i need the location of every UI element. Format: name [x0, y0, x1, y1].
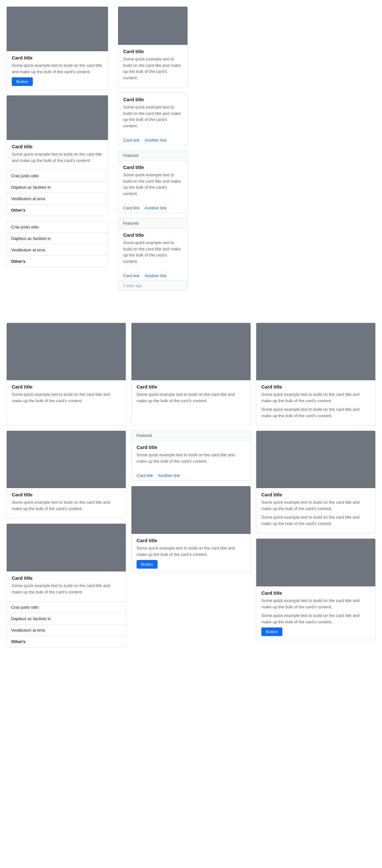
bottom-card-img-5 [7, 524, 126, 571]
card-button-1[interactable]: Button [12, 77, 33, 86]
card-title-6: Card title [123, 232, 182, 238]
bottom-card-body-7: Card title Some quick example text to bu… [256, 488, 375, 533]
card-body-5: Card title Some quick example text to bu… [118, 161, 187, 203]
list-item-7: Vestibulum at eros [7, 244, 108, 256]
list-item-1: Cras justo odio [7, 170, 108, 182]
bottom-card-img-7 [256, 431, 375, 488]
bottom-card-3: Card title Some quick example text to bu… [256, 323, 376, 426]
bottom-featured-header: Featured [131, 431, 251, 441]
card-link-1b[interactable]: Another link [145, 138, 167, 143]
bottom-card-body-3: Card title Some quick example text to bu… [256, 380, 375, 425]
card-title-1: Card title [12, 55, 103, 60]
card-link-1a[interactable]: Card link [123, 138, 140, 143]
bottom-card-text-2: Some quick example text to build on the … [137, 391, 245, 404]
bottom-card-2: Card title Some quick example text to bu… [131, 323, 251, 426]
card-image-button: Card title Some quick example text to bu… [6, 6, 108, 90]
card-image-3 [118, 7, 187, 45]
bottom-card-title-1: Card title [12, 384, 121, 390]
list-item-3: Vestibulum at eros [7, 193, 108, 205]
list-group-1: Cras justo odio Dapibus ac facilisis in … [7, 170, 108, 216]
bottom-card-img-8 [256, 539, 375, 586]
card-title-3: Card title [123, 49, 182, 54]
bottom-featured-links: Card link Another link [131, 471, 251, 480]
list-item-5: Cras justo odio [7, 221, 108, 233]
bottom-card-title-5: Card title [12, 575, 121, 581]
card-title-2: Card title [12, 144, 103, 149]
featured-card-1: Featured Card title Some quick example t… [118, 151, 188, 213]
bottom-card-title-8: Card title [261, 590, 370, 596]
bottom-card-img-2 [131, 323, 251, 380]
bottom-card-text-1: Some quick example text to build on the … [12, 391, 121, 404]
bottom-card-1: Card title Some quick example text to bu… [6, 323, 126, 426]
list-item-8: Other's [7, 256, 108, 267]
card-link-2a[interactable]: Card link [123, 206, 140, 210]
card-text-2: Some quick example text to build on the … [12, 151, 103, 163]
list-group-2: Cras justo odio Dapibus ac facilisis in … [6, 221, 108, 267]
bottom-list-item-4: Other's [7, 636, 126, 647]
card-body-1: Card title Some quick example text to bu… [7, 51, 108, 90]
bottom-row-1: Card title Some quick example text to bu… [6, 323, 376, 426]
bottom-card-title-3: Card title [261, 384, 370, 390]
bottom-card-button-1[interactable]: Button [137, 560, 157, 568]
bottom-card-text-8b: Some quick example text to build on the … [261, 613, 370, 625]
card-link-3a[interactable]: Card link [123, 273, 140, 278]
bottom-card-text-4: Some quick example text to build on the … [12, 499, 121, 512]
bottom-card-img-6 [131, 486, 251, 534]
bottom-section: Card title Some quick example text to bu… [6, 323, 376, 648]
bottom-card-text-6: Some quick example text to build on the … [137, 545, 245, 557]
card-title-4: Card title [123, 97, 182, 102]
bottom-card-img-3 [256, 323, 375, 380]
card-link-2b[interactable]: Another link [145, 206, 167, 210]
card-text-1: Some quick example text to build on the … [12, 62, 103, 75]
bottom-card-text-5: Some quick example text to build on the … [12, 583, 121, 595]
card-text-4: Some quick example text to build on the … [123, 104, 182, 129]
bottom-featured-link1[interactable]: Card link [137, 473, 153, 478]
bottom-card-body-4: Card title Some quick example text to bu… [7, 488, 126, 518]
bottom-card-body-1: Card title Some quick example text to bu… [7, 380, 126, 410]
bottom-card-button-2[interactable]: Button [261, 627, 282, 636]
bottom-card-text-7a: Some quick example text to build on the … [261, 499, 370, 512]
card-body-6: Card title Some quick example text to bu… [118, 228, 187, 271]
card-link-3b[interactable]: Another link [145, 273, 167, 278]
bottom-col-mid: Featured Card title Some quick example t… [131, 431, 251, 648]
bottom-col-right: Card title Some quick example text to bu… [256, 431, 376, 648]
bottom-list-item-1: Cras justo odio [7, 602, 126, 613]
card-simple-1: Card title Some quick example text to bu… [118, 6, 188, 88]
card-text-5: Some quick example text to build on the … [123, 172, 182, 197]
bottom-row-2: Card title Some quick example text to bu… [6, 431, 376, 648]
card-image-list: Card title Some quick example text to bu… [6, 95, 108, 216]
bottom-card-title-2: Card title [137, 384, 245, 390]
card-text-3: Some quick example text to build on the … [123, 56, 182, 81]
bottom-col-left: Card title Some quick example text to bu… [6, 431, 126, 648]
bottom-card-text-3b: Some quick example text to build on the … [261, 406, 370, 419]
bottom-card-body-2: Card title Some quick example text to bu… [131, 380, 251, 410]
card-body-4: Card title Some quick example text to bu… [118, 93, 187, 135]
bottom-featured-text: Some quick example text to build on the … [137, 452, 245, 464]
list-item-6: Dapibus ac facilisis in [7, 233, 108, 244]
bottom-featured-title: Card title [137, 444, 245, 450]
bottom-card-title-4: Card title [12, 492, 121, 497]
bottom-card-text-7b: Some quick example text to build on the … [261, 514, 370, 527]
bottom-list-item-2: Dapibus ac facilisis in [7, 613, 126, 625]
bottom-card-text-3a: Some quick example text to build on the … [261, 391, 370, 404]
bottom-card-tall-1: Card title Some quick example text to bu… [256, 431, 376, 533]
card-body-3: Card title Some quick example text to bu… [118, 45, 187, 87]
bottom-card-img-4 [7, 431, 126, 488]
spacer [6, 300, 376, 319]
card-links-area-2: Card link Another link [118, 203, 187, 213]
bottom-featured-card: Featured Card title Some quick example t… [131, 431, 251, 481]
bottom-featured-body: Card title Some quick example text to bu… [131, 441, 251, 471]
bottom-list-item-3: Vestibulum at eros [7, 625, 126, 636]
bottom-featured-link2[interactable]: Another link [158, 473, 180, 478]
card-body-2: Card title Some quick example text to bu… [7, 140, 108, 170]
card-links-1: Card title Some quick example text to bu… [118, 93, 188, 146]
bottom-card-body-6: Card title Some quick example text to bu… [131, 534, 251, 572]
card-links-area-1: Card link Another link [118, 135, 187, 145]
card-links-area-3: Card link Another link [118, 271, 187, 281]
list-item-4: Other's [7, 205, 108, 216]
list-item-2: Dapibus ac facilisis in [7, 182, 108, 193]
bottom-card-4: Card title Some quick example text to bu… [6, 431, 126, 518]
bottom-card-title-7: Card title [261, 492, 370, 497]
featured-card-2: Featured Card title Some quick example t… [118, 218, 188, 291]
featured-header-1: Featured [118, 151, 187, 161]
